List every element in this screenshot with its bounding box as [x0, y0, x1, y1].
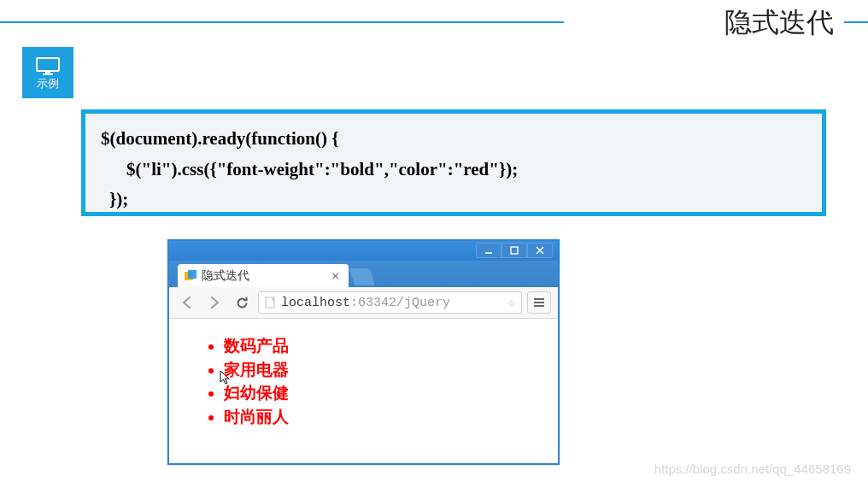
forward-button[interactable]: [203, 291, 226, 314]
titlebar: [169, 241, 558, 261]
list-item: 家用电器: [224, 358, 549, 382]
code-line: $("li").css({"font-weight":"bold","color…: [126, 155, 806, 185]
svg-rect-4: [511, 247, 518, 254]
tab-close-icon[interactable]: ×: [329, 269, 342, 282]
minimize-button[interactable]: [476, 243, 501, 258]
page-icon: [264, 297, 276, 309]
example-badge-label: 示例: [37, 78, 59, 89]
svg-rect-8: [188, 270, 196, 279]
svg-rect-1: [45, 71, 50, 73]
code-line: });: [109, 185, 806, 215]
header-divider-left: [0, 21, 564, 23]
monitor-icon: [36, 57, 60, 76]
favicon-icon: [185, 270, 196, 282]
header-divider-right: [844, 21, 868, 23]
url-path: /jQuery: [396, 296, 450, 310]
watermark: https://blog.csdn.net/qq_44658169: [654, 461, 851, 476]
svg-rect-2: [43, 73, 53, 75]
code-line: $(document).ready(function() {: [101, 124, 806, 155]
url-port: :63342: [350, 296, 396, 310]
tab-title: 隐式迭代: [202, 268, 329, 284]
code-block: $(document).ready(function() { $("li").c…: [81, 109, 826, 216]
back-button[interactable]: [176, 291, 198, 314]
hamburger-icon: [533, 297, 545, 308]
section-title: 隐式迭代: [724, 4, 834, 42]
browser-tab[interactable]: 隐式迭代 ×: [178, 264, 349, 287]
browser-window: 隐式迭代 × localhost:63342/jQuery ☆: [167, 239, 560, 465]
page-content: 数码产品 家用电器 妇幼保健 时尚丽人: [169, 319, 558, 437]
url-host: localhost: [281, 296, 350, 310]
list-item: 妇幼保健: [224, 381, 549, 405]
list-item: 数码产品: [224, 334, 549, 358]
close-button[interactable]: [527, 243, 553, 258]
list-item: 时尚丽人: [224, 405, 549, 429]
svg-rect-0: [37, 58, 59, 71]
address-bar: localhost:63342/jQuery ☆: [169, 287, 558, 319]
window-controls: [476, 243, 553, 258]
menu-button[interactable]: [527, 291, 551, 314]
bookmark-star-icon[interactable]: ☆: [504, 294, 516, 311]
url-input[interactable]: localhost:63342/jQuery ☆: [258, 291, 522, 314]
reload-button[interactable]: [231, 291, 253, 314]
list: 数码产品 家用电器 妇幼保健 时尚丽人: [203, 334, 549, 428]
tab-bar: 隐式迭代 ×: [169, 261, 558, 287]
new-tab-button[interactable]: [349, 268, 375, 285]
maximize-button[interactable]: [501, 243, 527, 258]
example-badge: 示例: [22, 47, 73, 98]
